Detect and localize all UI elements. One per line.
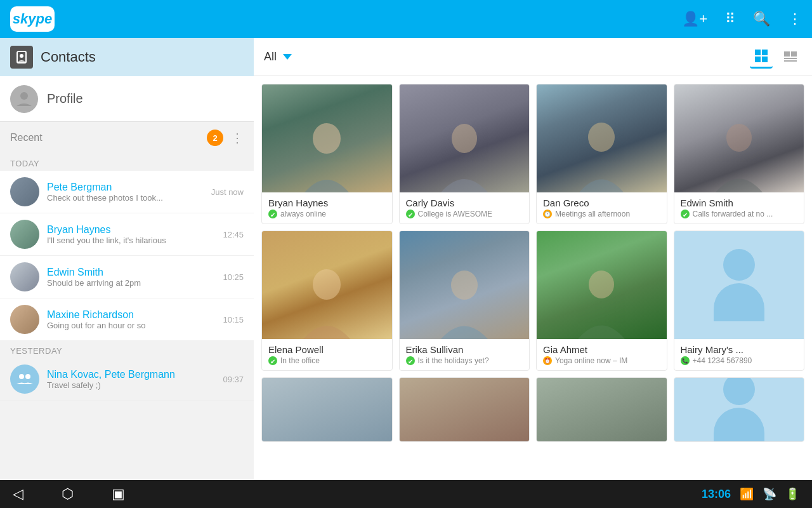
r3c1-photo	[262, 378, 392, 441]
nina-name: Nina Kovac, Pete Bergmann	[47, 369, 215, 380]
yesterday-label: YESTERDAY	[0, 341, 254, 358]
svg-point-1	[20, 54, 23, 58]
svg-rect-6	[762, 50, 768, 55]
erika-status-text: Is it the holidays yet?	[418, 356, 489, 365]
hairy-status: 📞 +44 1234 567890	[681, 356, 798, 365]
svg-point-16	[726, 124, 752, 152]
erika-photo	[400, 231, 530, 339]
erika-status: Is it the holidays yet?	[406, 356, 523, 365]
svg-rect-8	[762, 57, 768, 62]
dan-card-info: Dan Greco 🕐 Meetings all afternoon	[537, 192, 667, 224]
elena-photo	[262, 231, 392, 339]
bryan-info: Bryan Haynes I'll send you the link, it'…	[47, 224, 215, 245]
svg-rect-12	[784, 60, 797, 62]
edwin-status: Calls forwarded at no ...	[681, 210, 798, 218]
conv-item[interactable]: Nina Kovac, Pete Bergmann Travel safely …	[0, 358, 254, 401]
list-view-button[interactable]	[779, 46, 802, 69]
unread-badge: 2	[207, 130, 223, 146]
ph-head	[723, 249, 755, 281]
conv-item[interactable]: Bryan Haynes I'll send you the link, it'…	[0, 213, 254, 256]
sysbar-right: 13:06 📶 📡 🔋	[702, 487, 799, 501]
contact-card-r3c4[interactable]	[674, 377, 805, 442]
contact-card-erika[interactable]: Erika Sullivan Is it the holidays yet?	[399, 231, 530, 371]
nina-time: 09:37	[223, 375, 244, 384]
system-bar: ◁ ⬡ ▣ 13:06 📶 📡 🔋	[0, 480, 812, 508]
status-dot-icon	[681, 210, 690, 218]
sysbar-nav: ◁ ⬡ ▣	[13, 486, 125, 502]
home-icon[interactable]: ⬡	[62, 486, 74, 502]
contact-card-carly[interactable]: Carly Davis College is AWESOME	[399, 84, 530, 224]
maxine-info: Maxine Richardson Going out for an hour …	[47, 309, 215, 330]
recent-header: Recent 2 ⋮	[0, 122, 254, 154]
bryan-card-info: Bryan Haynes always online	[262, 192, 392, 224]
maxine-avatar	[10, 305, 39, 334]
nina-preview: Travel safely ;)	[47, 380, 215, 390]
r3c3-photo	[537, 378, 667, 441]
recent-menu-icon[interactable]: ⋮	[231, 130, 244, 145]
maxine-time: 10:15	[223, 315, 244, 324]
hairy-card-info: Hairy Mary's ... 📞 +44 1234 567890	[674, 339, 804, 370]
back-icon[interactable]: ◁	[13, 486, 23, 502]
maxine-preview: Going out for an hour or so	[47, 321, 215, 330]
contact-card-gia[interactable]: Gia Ahmet ⏰ Yoga online now – IM	[536, 231, 667, 371]
logo-text: skype	[10, 6, 55, 32]
top-bar: skype 👤+ ⠿ 🔍 ⋮	[0, 0, 812, 38]
carly-status: College is AWESOME	[406, 210, 523, 218]
svg-point-14	[452, 124, 477, 153]
conv-item[interactable]: Edwin Smith Should be arriving at 2pm 10…	[0, 256, 254, 298]
bryan-avatar	[10, 220, 39, 249]
grid-view-button[interactable]	[750, 46, 773, 69]
gia-card-name: Gia Ahmet	[543, 344, 660, 355]
conv-item[interactable]: Maxine Richardson Going out for an hour …	[0, 298, 254, 341]
ph-body	[714, 408, 764, 442]
elena-status: In the office	[268, 356, 386, 365]
contact-card-r3c1[interactable]	[261, 377, 393, 442]
contact-card-dan[interactable]: Dan Greco 🕐 Meetings all afternoon	[536, 84, 667, 224]
profile-avatar	[10, 85, 38, 113]
contact-card-elena[interactable]: Elena Powell In the office	[261, 231, 393, 371]
erika-card-info: Erika Sullivan Is it the holidays yet?	[400, 339, 530, 370]
contact-card-bryan[interactable]: Bryan Haynes always online	[261, 84, 393, 224]
recents-icon[interactable]: ▣	[112, 486, 125, 502]
elena-card-name: Elena Powell	[268, 344, 386, 355]
menu-icon[interactable]: ⋮	[788, 11, 802, 27]
contact-card-edwin[interactable]: Edwin Smith Calls forwarded at no ...	[674, 84, 805, 224]
edwin-status-text: Calls forwarded at no ...	[693, 210, 773, 218]
contact-card-r3c3[interactable]	[536, 377, 667, 442]
svg-rect-9	[784, 51, 790, 57]
grid-icon[interactable]: ⠿	[725, 11, 735, 27]
sidebar: Contacts Profile Recent 2 ⋮ TODAY	[0, 38, 254, 508]
recent-right: 2 ⋮	[207, 130, 244, 146]
filter-label: All	[264, 50, 277, 64]
add-contact-icon[interactable]: 👤+	[682, 11, 707, 27]
carly-card-info: Carly Davis College is AWESOME	[400, 192, 530, 224]
conv-item[interactable]: Pete Bergman Check out these photos I to…	[0, 171, 254, 213]
pete-name: Pete Bergman	[47, 182, 204, 193]
elena-status-text: In the office	[280, 356, 320, 365]
edwin-card-info: Edwin Smith Calls forwarded at no ...	[674, 192, 804, 224]
search-icon[interactable]: 🔍	[753, 11, 770, 27]
dropdown-arrow-icon	[283, 54, 292, 60]
bryan-photo	[262, 84, 392, 192]
ph-head	[723, 377, 755, 405]
nina-info: Nina Kovac, Pete Bergmann Travel safely …	[47, 369, 215, 390]
view-toggle	[750, 46, 802, 69]
edwin-name: Edwin Smith	[47, 267, 215, 278]
svg-point-19	[589, 271, 614, 298]
svg-point-13	[313, 123, 341, 154]
bryan-status-text: always online	[280, 210, 326, 218]
contact-card-r3c2[interactable]	[399, 377, 530, 442]
edwin-card-name: Edwin Smith	[681, 197, 798, 208]
pete-avatar	[10, 177, 39, 206]
wifi-icon: 📶	[740, 487, 754, 501]
pete-preview: Check out these photos I took...	[47, 193, 204, 203]
profile-row[interactable]: Profile	[0, 76, 254, 122]
contact-card-hairy[interactable]: Hairy Mary's ... 📞 +44 1234 567890	[674, 231, 805, 371]
bryan-status: always online	[268, 210, 386, 218]
content-area: All	[254, 38, 812, 508]
svg-rect-10	[791, 51, 797, 57]
placeholder-person-small	[714, 377, 764, 442]
filter-dropdown[interactable]: All	[264, 50, 292, 64]
hairy-card-name: Hairy Mary's ...	[681, 344, 798, 355]
profile-label: Profile	[47, 91, 83, 106]
